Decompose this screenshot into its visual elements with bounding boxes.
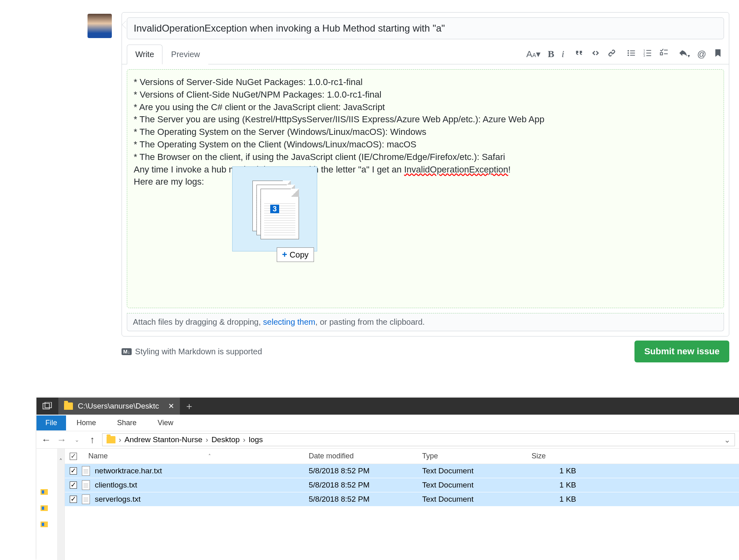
file-date: 5/8/2018 8:52 PM <box>309 481 422 490</box>
file-list: Name ˄ Date modified Type Size networktr… <box>65 449 739 560</box>
explorer-sidebar: ˄ <box>36 449 65 560</box>
col-date[interactable]: Date modified <box>309 452 422 460</box>
body-line: * The Server you are using (Kestrel/Http… <box>134 113 717 126</box>
svg-point-0 <box>627 50 629 51</box>
sidebar-folder-icon[interactable] <box>41 505 48 511</box>
explorer-tabbar: C:\Users\anurse\Desktc ✕ ＋ <box>36 398 739 415</box>
file-row[interactable]: serverlogs.txt 5/8/2018 8:52 PM Text Doc… <box>65 492 739 507</box>
row-checkbox[interactable] <box>70 496 77 503</box>
col-type[interactable]: Type <box>422 452 532 460</box>
file-name: networktrace.har.txt <box>95 466 162 475</box>
drag-count-badge: 3 <box>270 205 279 213</box>
plus-icon: + <box>282 249 287 260</box>
ribbon: File Home Share View <box>36 415 739 431</box>
breadcrumb-item[interactable]: Desktop <box>211 435 240 444</box>
breadcrumb-item[interactable]: logs <box>249 435 263 444</box>
col-name[interactable]: Name <box>88 452 108 460</box>
file-date: 5/8/2018 8:52 PM <box>309 466 422 475</box>
ribbon-home[interactable]: Home <box>66 415 107 430</box>
reply-icon[interactable]: ▾ <box>679 49 690 60</box>
breadcrumb[interactable]: › Andrew Stanton-Nurse › Desktop › logs … <box>102 433 735 446</box>
nav-bar: ← → ⌄ ↑ › Andrew Stanton-Nurse › Desktop… <box>36 431 739 449</box>
breadcrumb-item[interactable]: Andrew Stanton-Nurse <box>124 435 202 444</box>
svg-rect-7 <box>646 50 651 51</box>
submit-issue-button[interactable]: Submit new issue <box>634 341 729 362</box>
file-row[interactable]: clientlogs.txt 5/8/2018 8:52 PM Text Doc… <box>65 478 739 492</box>
issue-body-textarea[interactable]: * Versions of Server-Side NuGet Packages… <box>127 69 724 308</box>
text-file-icon <box>82 494 90 504</box>
file-type: Text Document <box>422 481 532 490</box>
sort-caret-icon: ˄ <box>208 453 211 459</box>
body-line: Any time I invoke a hub method that star… <box>134 164 717 176</box>
nav-forward-button[interactable]: → <box>56 434 67 445</box>
col-size[interactable]: Size <box>532 452 584 460</box>
quote-icon[interactable] <box>575 49 584 60</box>
sidebar-scrollbar[interactable]: ˄ <box>57 449 64 560</box>
bullet-list-icon[interactable] <box>627 49 636 60</box>
svg-point-2 <box>627 52 629 54</box>
text-size-icon[interactable]: AA▾ <box>526 49 540 60</box>
svg-point-4 <box>627 54 629 56</box>
nav-back-button[interactable]: ← <box>41 434 52 445</box>
select-all-checkbox[interactable] <box>70 453 77 460</box>
folder-icon <box>107 436 115 443</box>
file-type: Text Document <box>422 466 532 475</box>
row-checkbox[interactable] <box>70 467 77 475</box>
sidebar-folder-icon[interactable] <box>41 489 48 495</box>
close-tab-button[interactable]: ✕ <box>168 402 174 411</box>
body-line: * Are you using the C# client or the Jav… <box>134 101 717 114</box>
issue-form: Write Preview AA▾ B i 123 <box>122 12 729 366</box>
spell-error: InvalidOperationException <box>404 164 508 175</box>
markdown-note[interactable]: M↓ Styling with Markdown is supported <box>122 347 262 356</box>
ribbon-file-button[interactable]: File <box>36 415 66 430</box>
ribbon-share[interactable]: Share <box>107 415 147 430</box>
file-type: Text Document <box>422 495 532 504</box>
explorer-tab[interactable]: C:\Users\anurse\Desktc ✕ <box>58 398 180 415</box>
body-line: * The Operating System on the Server (Wi… <box>134 126 717 138</box>
row-checkbox[interactable] <box>70 481 77 489</box>
bookmark-icon[interactable] <box>713 49 722 60</box>
body-line: * Versions of Server-Side NuGet Packages… <box>134 76 717 89</box>
svg-rect-16 <box>45 402 51 408</box>
task-list-icon[interactable] <box>659 49 668 60</box>
mention-icon[interactable]: @ <box>697 49 706 60</box>
task-view-button[interactable] <box>36 398 58 415</box>
file-date: 5/8/2018 8:52 PM <box>309 495 422 504</box>
text-file-icon <box>82 466 90 476</box>
chevron-down-icon[interactable]: ⌄ <box>724 435 730 445</box>
file-row[interactable]: networktrace.har.txt 5/8/2018 8:52 PM Te… <box>65 464 739 478</box>
nav-recent-button[interactable]: ⌄ <box>71 434 83 445</box>
new-tab-button[interactable]: ＋ <box>180 398 199 415</box>
body-line: Here are my logs: <box>134 176 717 188</box>
file-explorer-window: C:\Users\anurse\Desktc ✕ ＋ File Home Sha… <box>36 398 739 560</box>
numbered-list-icon[interactable]: 123 <box>643 49 652 60</box>
body-line: * The Browser on the client, if using th… <box>134 151 717 164</box>
link-icon[interactable] <box>607 49 616 60</box>
italic-icon[interactable]: i <box>562 49 564 60</box>
file-name: serverlogs.txt <box>95 495 141 504</box>
bold-icon[interactable]: B <box>548 49 554 60</box>
select-files-link[interactable]: selecting them <box>263 317 315 326</box>
svg-rect-14 <box>664 53 668 54</box>
ribbon-view[interactable]: View <box>147 415 184 430</box>
column-headers[interactable]: Name ˄ Date modified Type Size <box>65 449 739 464</box>
svg-rect-9 <box>646 53 651 53</box>
svg-rect-13 <box>660 53 662 55</box>
code-icon[interactable] <box>591 49 600 60</box>
sidebar-folder-icon[interactable] <box>41 522 48 527</box>
form-footer: M↓ Styling with Markdown is supported Su… <box>122 336 729 366</box>
file-name: clientlogs.txt <box>95 481 137 490</box>
body-line: * The Operating System on the Client (Wi… <box>134 138 717 151</box>
svg-rect-11 <box>646 55 651 56</box>
avatar <box>88 14 112 38</box>
tab-preview[interactable]: Preview <box>162 45 208 64</box>
issue-title-input[interactable] <box>127 17 724 39</box>
drag-copy-label: + Copy <box>277 247 314 262</box>
tab-write[interactable]: Write <box>127 45 162 64</box>
drag-preview: 3 <box>232 166 317 251</box>
nav-up-button[interactable]: ↑ <box>87 434 98 445</box>
editor-tabs: Write Preview AA▾ B i 123 <box>122 44 729 64</box>
svg-rect-15 <box>43 403 49 409</box>
svg-rect-12 <box>664 49 668 50</box>
formatting-toolbar: AA▾ B i 123 ▾ @ <box>526 49 722 60</box>
